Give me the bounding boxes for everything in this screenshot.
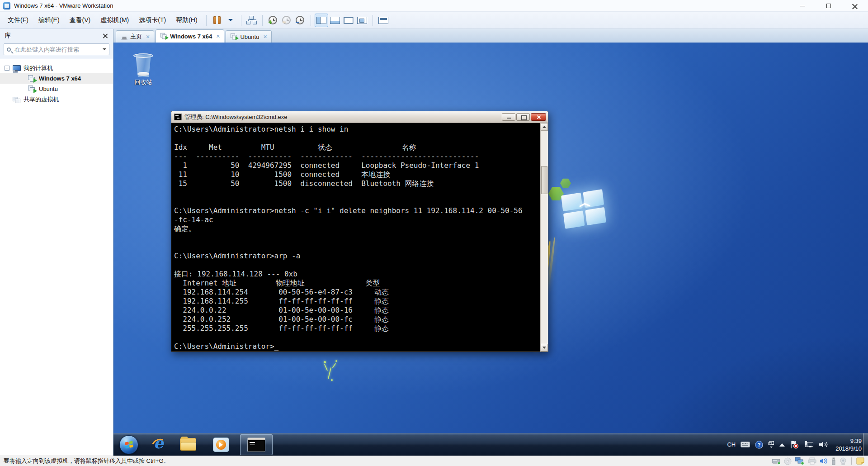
- tree-item-icon: [28, 86, 36, 93]
- minimize-button[interactable]: [789, 0, 816, 12]
- language-indicator[interactable]: CH: [727, 441, 736, 448]
- wallpaper-sprout: [312, 359, 348, 391]
- take-snapshot-button[interactable]: [266, 14, 280, 27]
- tab-label: 主页: [130, 33, 142, 41]
- clock-date: 2018/9/10: [835, 445, 862, 452]
- terminal-line: 192.168.114.255 ff-ff-ff-ff-ff-ff 静态: [174, 297, 540, 306]
- show-library-icon: [316, 17, 326, 24]
- menu-item[interactable]: 编辑(E): [33, 14, 65, 27]
- tree-item[interactable]: 共享的虚拟机: [0, 94, 113, 105]
- windows-explorer-button[interactable]: [177, 435, 200, 455]
- internet-explorer-button[interactable]: [147, 435, 170, 455]
- webcam-icon[interactable]: [840, 457, 847, 465]
- scroll-down-button[interactable]: [541, 344, 548, 352]
- library-header: 库: [0, 29, 113, 43]
- fullscreen-button[interactable]: [342, 14, 355, 27]
- tab-close-icon[interactable]: [216, 33, 220, 39]
- cmd-titlebar[interactable]: 管理员: C:\Windows\system32\cmd.exe: [171, 111, 548, 123]
- show-desktop-button[interactable]: [863, 433, 868, 456]
- tab-strip: 主页 Windows 7 x64 Ubuntu: [113, 29, 868, 43]
- recycle-bin[interactable]: 回收站: [127, 53, 160, 86]
- network-adapter-icon[interactable]: [795, 457, 805, 465]
- message-note-icon[interactable]: [856, 457, 864, 465]
- tree-item[interactable]: 我的计算机: [0, 63, 113, 73]
- snapshot-manager-icon: [296, 16, 304, 24]
- vm-running-icon: [33, 89, 39, 93]
- console-view-button[interactable]: [377, 14, 390, 27]
- start-button[interactable]: [117, 435, 141, 455]
- sound-icon[interactable]: [820, 457, 828, 465]
- terminal-line: 15 50 1500 disconnected Bluetooth 网络连接: [174, 179, 540, 188]
- tab-label: Ubuntu: [240, 33, 259, 40]
- snapshot-manager-button[interactable]: [293, 14, 307, 27]
- terminal-line: [174, 243, 540, 252]
- library-close-icon[interactable]: [101, 32, 109, 40]
- tab-close-icon[interactable]: [263, 33, 267, 40]
- unity-mode-button[interactable]: [355, 14, 369, 27]
- vmware-workstation-window: Windows 7 x64 - VMware Workstation 文件(F)…: [0, 0, 868, 466]
- maximize-button[interactable]: [816, 0, 842, 12]
- show-library-button[interactable]: [315, 14, 328, 27]
- cmd-taskbar-button[interactable]: [240, 434, 273, 455]
- recycle-bin-label: 回收站: [127, 78, 160, 86]
- cmd-minimize-button[interactable]: [502, 113, 515, 121]
- taskbar-clock[interactable]: 9:39 2018/9/10: [835, 437, 862, 452]
- send-ctrl-alt-del-button[interactable]: [245, 14, 259, 27]
- menu-item[interactable]: 选项卡(T): [134, 14, 171, 27]
- tab-close-icon[interactable]: [146, 33, 150, 40]
- window-restore-icon[interactable]: [768, 441, 774, 448]
- search-input[interactable]: [14, 46, 103, 53]
- usb-icon[interactable]: [831, 457, 836, 465]
- vm-taskbar: CH ?: [113, 433, 868, 456]
- show-thumbnails-button[interactable]: [328, 14, 342, 27]
- tree-expander-icon[interactable]: [5, 66, 9, 71]
- terminal-line: [174, 333, 540, 342]
- search-dropdown-icon[interactable]: [103, 48, 106, 52]
- tab[interactable]: 主页: [116, 30, 154, 43]
- vm-tree: 我的计算机 Windows 7 x64 Ubuntu 共享: [0, 59, 113, 456]
- close-icon: [852, 3, 858, 9]
- tree-item-icon: [28, 75, 36, 82]
- hard-disk-icon[interactable]: [772, 457, 781, 465]
- terminal-line: --- ---------- ---------- ------------ -…: [174, 152, 540, 161]
- volume-icon[interactable]: [819, 441, 829, 448]
- menu-item[interactable]: 文件(F): [3, 14, 33, 27]
- toolbar-separator: [311, 15, 311, 26]
- cmd-maximize-button[interactable]: [516, 113, 530, 121]
- keyboard-icon[interactable]: [741, 442, 750, 447]
- close-button[interactable]: [842, 0, 868, 12]
- cmd-title: 管理员: C:\Windows\system32\cmd.exe: [184, 113, 288, 121]
- vmware-logo-icon: [3, 2, 10, 10]
- scrollbar-thumb[interactable]: [541, 166, 547, 194]
- cmd-scrollbar[interactable]: [540, 123, 548, 352]
- terminal-line: 224.0.0.252 01-00-5e-00-00-fc 静态: [174, 315, 540, 324]
- scroll-up-button[interactable]: [541, 123, 548, 131]
- help-icon[interactable]: ?: [755, 441, 763, 449]
- pause-dropdown-button[interactable]: [224, 14, 237, 27]
- status-hint: 要将输入定向到该虚拟机，请将鼠标指针移入其中或按 Ctrl+G。: [4, 457, 170, 465]
- media-player-icon: [213, 437, 229, 452]
- terminal-line: [174, 233, 540, 243]
- printer-icon[interactable]: [808, 457, 816, 465]
- vm-screen[interactable]: 回收站 管理员: C:\Windows\system32\cmd.exe C:\…: [113, 43, 868, 456]
- tree-item[interactable]: Windows 7 x64: [0, 73, 113, 84]
- tab[interactable]: Ubuntu: [226, 30, 271, 43]
- menu-item[interactable]: 虚拟机(M): [95, 14, 134, 27]
- action-center-flag-icon[interactable]: [790, 440, 799, 449]
- media-player-button[interactable]: [209, 435, 233, 455]
- tab[interactable]: Windows 7 x64: [156, 29, 224, 43]
- tree-item[interactable]: Ubuntu: [0, 84, 113, 94]
- tree-item-label: 我的计算机: [24, 64, 53, 72]
- take-snapshot-icon: [269, 16, 277, 24]
- cmd-close-button[interactable]: [531, 113, 546, 121]
- start-orb-icon: [119, 435, 138, 454]
- toolbar-separator: [206, 15, 207, 26]
- network-icon[interactable]: [804, 441, 814, 448]
- menu-item[interactable]: 帮助(H): [171, 14, 202, 27]
- menu-item[interactable]: 查看(V): [65, 14, 96, 27]
- pause-button[interactable]: [210, 14, 224, 27]
- terminal-line: [174, 197, 540, 206]
- revert-snapshot-button[interactable]: [280, 14, 293, 27]
- cd-dvd-icon[interactable]: [784, 457, 792, 465]
- show-hidden-icons[interactable]: [779, 441, 785, 447]
